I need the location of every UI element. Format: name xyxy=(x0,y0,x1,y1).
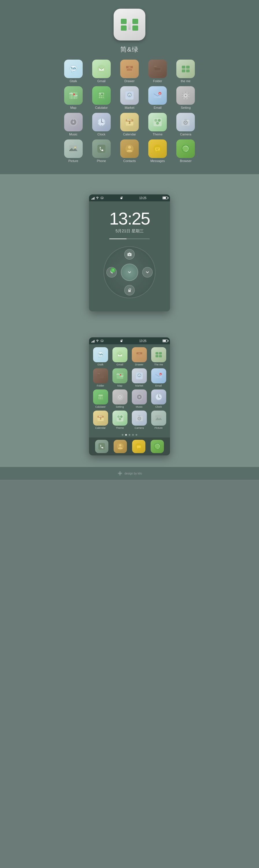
svg-point-56 xyxy=(185,122,186,123)
icon-gmail[interactable]: Gmail xyxy=(88,60,115,83)
battery-fill-home xyxy=(163,340,166,342)
icon-clock[interactable]: Clock xyxy=(88,113,115,136)
icon-map[interactable]: Map xyxy=(60,86,87,110)
chevron-down-icon xyxy=(145,270,150,275)
svg-rect-22 xyxy=(103,97,104,98)
icon-phone[interactable]: Phone xyxy=(88,140,115,163)
app-grid-section: 简&绿 Talk Gtalk Gmail xyxy=(0,0,259,174)
svg-point-52 xyxy=(156,122,159,125)
home-icon-picture[interactable]: Picture xyxy=(150,410,167,429)
svg-rect-100 xyxy=(101,398,103,399)
home-icon-gmail[interactable]: Gmail xyxy=(111,347,128,366)
svg-point-133 xyxy=(119,471,121,473)
svg-point-124 xyxy=(139,418,140,419)
lock-phone-button[interactable]: 2 xyxy=(106,267,117,277)
lock-camera-button[interactable] xyxy=(124,249,135,259)
icon-grid: Talk Gtalk Gmail xyxy=(60,60,199,163)
svg-point-3 xyxy=(97,65,105,73)
home-icon-theme2[interactable]: Theme xyxy=(111,410,128,429)
svg-point-34 xyxy=(73,120,74,120)
icon-calculator[interactable]: 12 Calulator xyxy=(88,86,115,110)
icon-email[interactable]: @ Email xyxy=(144,86,171,110)
svg-point-89 xyxy=(137,374,141,377)
phone-badge: 2 xyxy=(111,268,115,273)
svg-point-33 xyxy=(72,121,74,123)
svg-point-74 xyxy=(129,290,130,291)
lock-screen-section: ✦ 13:25 13:25 5月21日 星期三 xyxy=(0,183,259,323)
icon-setting[interactable]: Setting xyxy=(172,86,199,110)
icon-market[interactable]: Market xyxy=(116,86,142,110)
icon-email-label: Email xyxy=(154,106,162,110)
home-icon-picture-label: Picture xyxy=(154,427,162,429)
main-app-icon[interactable] xyxy=(114,9,145,40)
wifi-icon xyxy=(96,196,99,199)
svg-point-103 xyxy=(119,396,121,398)
lock-circle[interactable]: 2 xyxy=(103,246,156,298)
home-icon-gtalk[interactable]: Talk Gtalk xyxy=(92,347,109,366)
home-icon-setting[interactable]: Setting xyxy=(111,390,128,408)
svg-point-24 xyxy=(127,93,132,97)
dot-1[interactable] xyxy=(125,434,127,436)
lock-lock-button[interactable] xyxy=(124,285,135,296)
icon-contacts-label: Contacts xyxy=(123,159,136,163)
svg-text:3: 3 xyxy=(129,121,130,124)
dock-phone[interactable] xyxy=(95,440,108,453)
icon-messages[interactable]: Messages xyxy=(144,140,171,163)
icon-gtalk[interactable]: Talk Gtalk xyxy=(60,60,87,83)
dot-3[interactable] xyxy=(132,434,134,436)
signal-icon xyxy=(91,196,95,199)
icon-theme2[interactable]: Theme xyxy=(144,113,171,136)
icon-calendar[interactable]: Mon. 3 Calendar xyxy=(116,113,142,136)
home-icon-camera[interactable]: Camera xyxy=(131,410,148,429)
dock-contacts[interactable] xyxy=(114,440,127,453)
icon-theme[interactable]: the me xyxy=(172,60,199,83)
home-icon-calculator[interactable]: Calulator xyxy=(92,390,109,408)
svg-rect-10 xyxy=(155,68,160,69)
svg-point-136 xyxy=(121,473,122,474)
dock-messages[interactable] xyxy=(132,440,145,453)
section-divider-2 xyxy=(0,323,259,332)
svg-rect-6 xyxy=(128,67,131,67)
home-icon-theme-main[interactable]: The me xyxy=(150,347,167,366)
icon-picture[interactable]: Picture xyxy=(60,140,87,163)
camera-icon-small xyxy=(127,252,132,257)
icon-folder[interactable]: Folder xyxy=(144,60,171,83)
home-icon-music-label: Music xyxy=(136,405,143,408)
home-icon-map[interactable]: Map xyxy=(111,368,128,387)
section-divider-1 xyxy=(0,174,259,183)
lock-unlock-button[interactable] xyxy=(142,267,153,277)
home-icon-market[interactable]: Market xyxy=(131,368,148,387)
dot-2[interactable] xyxy=(129,434,130,436)
home-icon-drawer[interactable]: Drawer xyxy=(131,347,148,366)
lock-icon-small xyxy=(120,196,123,199)
home-icon-music[interactable]: Music xyxy=(131,390,148,408)
home-icon-drawer-label: Drawer xyxy=(135,363,143,366)
icon-browser[interactable]: Browser xyxy=(172,140,199,163)
icon-calculator-label: Calulator xyxy=(95,106,108,110)
home-icon-folder[interactable]: Folder xyxy=(92,368,109,387)
icon-drawer[interactable]: Drawer xyxy=(116,60,142,83)
dock-browser[interactable] xyxy=(151,440,164,453)
svg-rect-77 xyxy=(121,341,122,342)
dot-4[interactable] xyxy=(136,434,137,436)
home-icon-calendar-label: Calendar xyxy=(95,427,106,429)
footer-label: design by kilo xyxy=(125,472,142,475)
home-icon-clock[interactable]: Clock xyxy=(150,390,167,408)
icon-contacts[interactable]: Contacts xyxy=(116,140,142,163)
icon-music[interactable]: Music xyxy=(60,113,87,136)
svg-rect-97 xyxy=(101,397,103,398)
home-icon-email[interactable]: @ Email xyxy=(150,368,167,387)
icon-messages-label: Messages xyxy=(150,159,165,163)
svg-point-106 xyxy=(138,396,140,398)
dot-0[interactable] xyxy=(122,434,123,436)
home-icon-market-label: Market xyxy=(135,384,143,387)
home-icon-calendar[interactable]: Mon. 3 Calendar xyxy=(92,410,109,429)
icon-setting-label: Setting xyxy=(181,106,191,110)
footer: design by kilo xyxy=(0,467,259,480)
status-left-home: ✦ xyxy=(91,339,104,343)
svg-point-62 xyxy=(128,146,131,149)
home-icon-email-label: Email xyxy=(155,384,162,387)
svg-rect-19 xyxy=(103,95,104,96)
lock-center-button[interactable] xyxy=(121,264,138,281)
icon-camera[interactable]: Camera xyxy=(172,113,199,136)
